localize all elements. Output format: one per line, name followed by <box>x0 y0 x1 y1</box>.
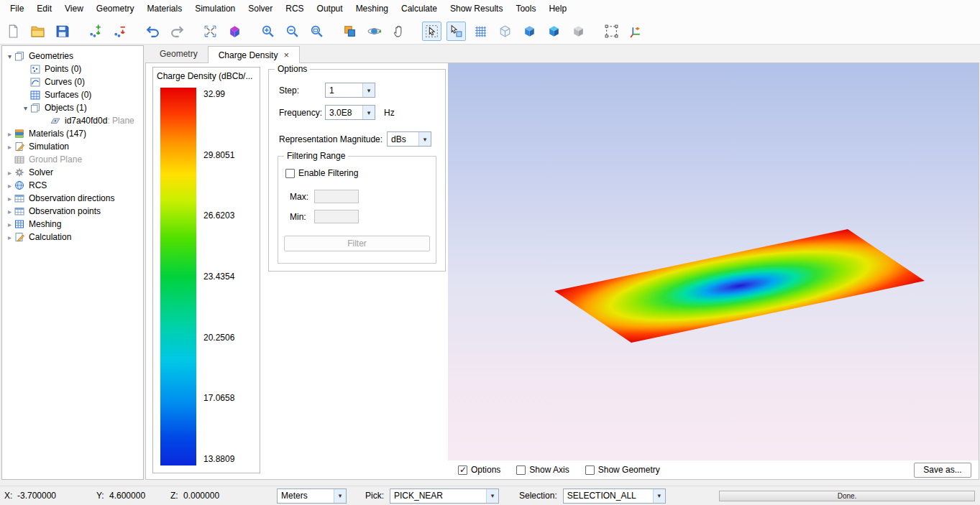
colorbar-tick: 20.2506 <box>203 333 234 343</box>
selection-box-icon[interactable] <box>602 22 621 41</box>
tree-item-ground-plane[interactable]: Ground Plane <box>2 153 143 166</box>
open-folder-icon[interactable] <box>28 22 47 41</box>
chevron-collapsed-icon[interactable] <box>5 169 14 177</box>
tree-item-points[interactable]: Points (0) <box>2 62 143 75</box>
tree-label: Objects (1) <box>45 101 87 114</box>
enable-filtering-row: Enable Filtering <box>285 168 430 178</box>
chevron-expanded-icon[interactable] <box>5 52 14 60</box>
colorbar-labels: 32.99 29.8051 26.6203 23.4354 20.2506 17… <box>196 88 234 465</box>
pan-icon[interactable] <box>389 22 408 41</box>
select-objects-icon[interactable] <box>447 22 466 41</box>
new-file-icon[interactable] <box>4 22 23 41</box>
frequency-value: 3.0E8 <box>326 108 362 118</box>
colorbar-gradient <box>160 88 196 465</box>
menu-output[interactable]: Output <box>311 0 349 18</box>
menu-edit[interactable]: Edit <box>30 0 58 18</box>
progress-text: Done. <box>838 492 857 500</box>
representation-select[interactable]: dBs <box>387 131 431 147</box>
filtering-range-group: Filtering Range Enable Filtering Max: Mi… <box>278 156 436 264</box>
tree-item-solver[interactable]: Solver <box>2 166 143 179</box>
chevron-down-icon <box>334 489 346 503</box>
colorbar-title: Charge Density (dBCb/... <box>153 68 260 83</box>
axes-icon[interactable] <box>626 22 646 41</box>
tree-item-materials[interactable]: Materials (147) <box>2 127 143 140</box>
pick-select[interactable]: PICK_NEAR <box>390 488 499 504</box>
chevron-expanded-icon[interactable] <box>21 104 30 112</box>
menu-help[interactable]: Help <box>542 0 573 18</box>
x-coordinate-label: X: <box>4 491 14 501</box>
menu-materials[interactable]: Materials <box>141 0 189 18</box>
charge-density-view: Charge Density (dBCb/... 32.99 29.8051 2… <box>145 62 979 480</box>
tree-item-objects[interactable]: Objects (1) <box>2 101 143 114</box>
step-select[interactable]: 1 <box>325 83 375 98</box>
chevron-collapsed-icon[interactable] <box>5 182 14 190</box>
tree-item-meshing[interactable]: Meshing <box>2 218 143 231</box>
menu-geometry[interactable]: Geometry <box>90 0 141 18</box>
tree-label: Points (0) <box>45 62 81 75</box>
save-as-button[interactable]: Save as... <box>914 463 971 478</box>
menu-rcs[interactable]: RCS <box>279 0 310 18</box>
options-checkbox-label: Options <box>471 465 500 475</box>
chevron-collapsed-icon[interactable] <box>5 130 14 138</box>
fit-view-icon[interactable] <box>201 22 220 41</box>
view-cube-icon[interactable] <box>225 22 244 41</box>
shaded-cube-icon[interactable] <box>544 22 564 41</box>
tree-item-observation-directions[interactable]: Observation directions <box>2 192 143 205</box>
remove-points-icon[interactable] <box>110 22 129 41</box>
objects-icon <box>30 103 42 113</box>
pick-value: PICK_NEAR <box>390 491 486 501</box>
tab-close-icon[interactable]: × <box>283 50 289 60</box>
representation-row: Representation Magnitude: dBs <box>279 131 439 147</box>
chevron-down-icon <box>362 83 375 97</box>
chevron-collapsed-icon[interactable] <box>5 221 14 228</box>
tree-label: Observation points <box>29 205 101 218</box>
show-geometry-checkbox[interactable]: Show Geometry <box>585 465 660 475</box>
flat-cube-icon[interactable] <box>569 22 588 41</box>
solid-cube-icon[interactable] <box>520 22 539 41</box>
chevron-collapsed-icon[interactable] <box>5 195 14 203</box>
3d-viewport[interactable] <box>448 63 979 460</box>
options-checkbox[interactable]: Options <box>458 465 500 475</box>
max-label: Max: <box>290 192 314 202</box>
redo-icon[interactable] <box>168 22 187 41</box>
enable-filtering-checkbox[interactable]: Enable Filtering <box>285 168 358 178</box>
tree-item-surfaces[interactable]: Surfaces (0) <box>2 88 143 101</box>
save-icon[interactable] <box>52 22 72 41</box>
menu-simulation[interactable]: Simulation <box>188 0 242 18</box>
units-select[interactable]: Meters <box>277 488 347 504</box>
menu-view[interactable]: View <box>58 0 90 18</box>
frequency-select[interactable]: 3.0E8 <box>325 105 375 120</box>
menu-solver[interactable]: Solver <box>242 0 279 18</box>
chevron-collapsed-icon[interactable] <box>5 208 14 216</box>
tree-item-calculation[interactable]: Calculation <box>2 231 143 244</box>
tree-item-curves[interactable]: Curves (0) <box>2 75 143 88</box>
tree-item-plane-object[interactable]: id7a40fd0d : Plane <box>2 114 143 127</box>
wireframe-cube-icon[interactable] <box>495 22 515 41</box>
zoom-in-icon[interactable] <box>258 22 278 41</box>
menu-tools[interactable]: Tools <box>509 0 542 18</box>
zoom-window-icon[interactable] <box>307 22 326 41</box>
chevron-collapsed-icon[interactable] <box>5 233 14 241</box>
add-points-icon[interactable] <box>86 22 105 41</box>
tree-item-geometries[interactable]: Geometries <box>2 50 143 62</box>
zoom-out-icon[interactable] <box>283 22 302 41</box>
selection-select[interactable]: SELECTION_ALL <box>563 488 666 504</box>
tab-charge-density[interactable]: Charge Density × <box>208 46 300 63</box>
overlap-squares-icon[interactable] <box>340 22 360 41</box>
menu-file[interactable]: File <box>4 0 30 18</box>
select-region-icon[interactable] <box>422 22 441 41</box>
tree-item-observation-points[interactable]: Observation points <box>2 205 143 218</box>
chevron-collapsed-icon[interactable] <box>5 143 14 151</box>
checkbox-icon <box>516 465 526 475</box>
orbit-icon[interactable] <box>365 22 384 41</box>
menu-meshing[interactable]: Meshing <box>349 0 395 18</box>
menu-show-results[interactable]: Show Results <box>444 0 509 18</box>
tab-geometry[interactable]: Geometry <box>150 45 208 62</box>
undo-icon[interactable] <box>143 22 162 41</box>
show-axis-checkbox[interactable]: Show Axis <box>516 465 569 475</box>
menu-calculate[interactable]: Calculate <box>395 0 444 18</box>
grid-icon[interactable] <box>471 22 490 41</box>
tree-item-simulation[interactable]: Simulation <box>2 140 143 153</box>
min-label: Min: <box>290 212 314 222</box>
tree-item-rcs[interactable]: RCS <box>2 179 143 192</box>
